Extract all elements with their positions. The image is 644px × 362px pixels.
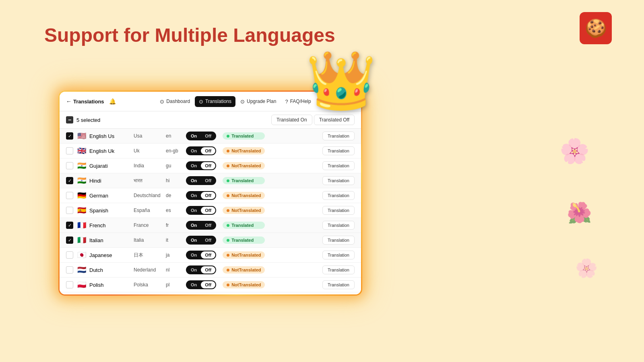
table-row: ✓🇮🇹ItalianItaliaitOnOffTranslatedTransla… (60, 233, 361, 248)
status-badge-text: NotTranslated (231, 193, 261, 198)
table-row: 🇬🇧English UkUken-gbOnOffNotTranslatedTra… (60, 144, 361, 158)
toggle-on-button[interactable]: On (187, 222, 201, 229)
decoration-2: 🌺 (567, 201, 592, 224)
language-region: India (134, 163, 166, 169)
status-badge-text: Translated (231, 178, 254, 183)
deselect-all-button[interactable]: − (66, 116, 73, 123)
translations-panel: ← Translations 🔔 ⊙ Dashboard ⊙ Translati… (60, 92, 361, 294)
toggle-off-button[interactable]: Off (201, 237, 215, 244)
translation-button[interactable]: Translation (322, 280, 355, 289)
status-badge-text: NotTranslated (231, 282, 261, 287)
nav-back-label: Translations (73, 99, 104, 105)
translation-button[interactable]: Translation (322, 221, 355, 230)
translation-button[interactable]: Translation (322, 191, 355, 200)
translated-dot (227, 239, 229, 242)
translated-dot (227, 224, 229, 227)
status-badge-text: NotTranslated (231, 208, 261, 213)
toggle-on-button[interactable]: On (187, 237, 201, 244)
language-code: hi (166, 178, 186, 183)
decoration-3: 🌸 (575, 257, 598, 279)
toggle-off-button[interactable]: Off (201, 132, 215, 140)
language-flag: 🇳🇱 (77, 265, 86, 274)
toggle-on-button[interactable]: On (187, 147, 201, 154)
filter-translated-off-button[interactable]: Translated Off (314, 115, 355, 125)
row-checkbox[interactable]: ✓ (66, 237, 73, 244)
language-region: 日本 (134, 252, 166, 259)
table-row: 🇳🇱DutchNederlandnlOnOffNotTranslatedTran… (60, 263, 361, 278)
row-checkbox[interactable] (66, 207, 73, 214)
not-translated-dot (227, 284, 229, 286)
translation-button[interactable]: Translation (322, 176, 355, 185)
toggle-on-button[interactable]: On (187, 281, 201, 288)
toggle-on-button[interactable]: On (187, 177, 201, 184)
language-region: España (134, 208, 166, 213)
translation-button[interactable]: Translation (322, 265, 355, 274)
translation-button[interactable]: Translation (322, 132, 355, 140)
not-translated-dot (227, 254, 229, 257)
translation-button[interactable]: Translation (322, 236, 355, 245)
row-checkbox[interactable]: ✓ (66, 132, 73, 140)
nav-item-upgrade[interactable]: ⊙ Upgrade Plan (236, 96, 280, 107)
language-flag: 🇪🇸 (77, 206, 86, 215)
row-checkbox[interactable]: ✓ (66, 177, 73, 184)
notification-bell-icon[interactable]: 🔔 (109, 98, 116, 105)
panel-wrapper: ← Translations 🔔 ⊙ Dashboard ⊙ Translati… (58, 90, 362, 296)
toggle-group: OnOff (186, 206, 216, 215)
selected-info: − 5 selected (66, 116, 271, 123)
table-row: 🇵🇱PolishPolskaplOnOffNotTranslatedTransl… (60, 278, 361, 292)
language-name: German (89, 193, 134, 199)
language-code: ja (166, 252, 186, 258)
toggle-on-button[interactable]: On (187, 162, 201, 169)
toggle-group: OnOff (186, 265, 216, 274)
toggle-off-button[interactable]: Off (201, 251, 215, 259)
toggle-off-button[interactable]: Off (201, 147, 215, 154)
language-code: es (166, 208, 186, 213)
nav-item-dashboard[interactable]: ⊙ Dashboard (156, 96, 194, 107)
toggle-on-button[interactable]: On (187, 192, 201, 199)
toggle-off-button[interactable]: Off (201, 177, 215, 184)
toggle-off-button[interactable]: Off (201, 162, 215, 169)
status-badge-text: NotTranslated (231, 163, 261, 168)
row-checkbox[interactable]: ✓ (66, 222, 73, 229)
crown-decoration: 👑 (306, 52, 376, 109)
language-code: gu (166, 163, 186, 169)
filter-translated-on-button[interactable]: Translated On (271, 115, 312, 125)
status-badge: NotTranslated (223, 207, 265, 214)
toggle-off-button[interactable]: Off (201, 266, 215, 274)
row-checkbox[interactable] (66, 147, 73, 154)
toggle-off-button[interactable]: Off (201, 222, 215, 229)
language-region: Italia (134, 237, 166, 243)
toggle-off-button[interactable]: Off (201, 207, 215, 214)
row-checkbox[interactable] (66, 162, 73, 169)
language-name: English Uk (89, 148, 134, 154)
status-badge: NotTranslated (223, 281, 265, 288)
translation-button[interactable]: Translation (322, 206, 355, 215)
toggle-on-button[interactable]: On (187, 251, 201, 259)
status-badge-text: Translated (231, 223, 254, 228)
nav-back-button[interactable]: ← Translations (66, 98, 104, 105)
not-translated-dot (227, 269, 229, 272)
toggle-group: OnOff (186, 161, 216, 170)
language-code: en-gb (166, 148, 186, 154)
toggle-on-button[interactable]: On (187, 132, 201, 140)
row-checkbox[interactable] (66, 251, 73, 259)
translated-dot (227, 179, 229, 182)
not-translated-dot (227, 209, 229, 212)
toggle-on-button[interactable]: On (187, 266, 201, 274)
nav-item-upgrade-label: Upgrade Plan (247, 99, 276, 104)
nav-item-translations[interactable]: ⊙ Translations (195, 96, 235, 107)
dashboard-icon: ⊙ (160, 99, 164, 105)
status-badge: Translated (223, 132, 265, 140)
toggle-off-button[interactable]: Off (201, 281, 215, 288)
row-checkbox[interactable] (66, 192, 73, 199)
row-checkbox[interactable] (66, 266, 73, 274)
toggle-off-button[interactable]: Off (201, 192, 215, 199)
table-row: 🇪🇸SpanishEspañaesOnOffNotTranslatedTrans… (60, 203, 361, 218)
translation-button[interactable]: Translation (322, 251, 355, 259)
translation-button[interactable]: Translation (322, 161, 355, 170)
translation-button[interactable]: Translation (322, 146, 355, 155)
toggle-on-button[interactable]: On (187, 207, 201, 214)
selected-count-label: 5 selected (76, 117, 100, 123)
row-checkbox[interactable] (66, 281, 73, 288)
language-code: pl (166, 282, 186, 288)
